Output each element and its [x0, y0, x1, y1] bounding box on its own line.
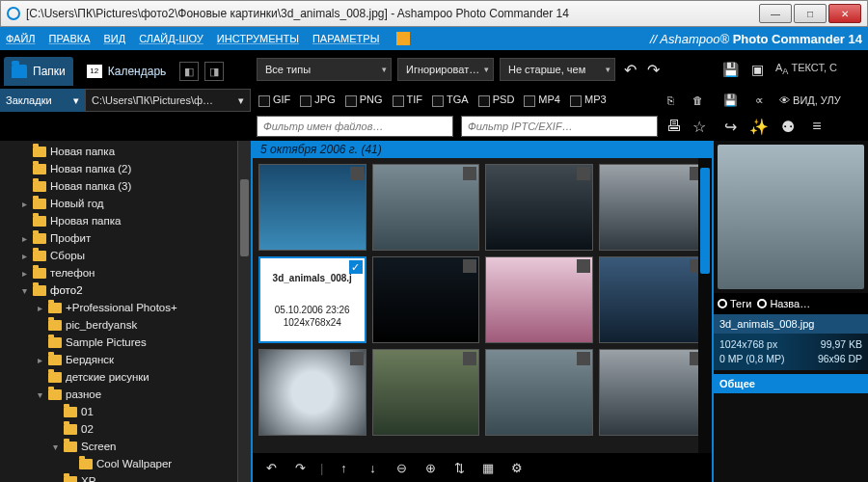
- path-display[interactable]: C:\Users\ПК\Pictures\ф…▾: [85, 89, 251, 112]
- menu-edit[interactable]: ПРАВКА: [49, 33, 91, 44]
- tree-row[interactable]: Новая папка: [0, 143, 251, 160]
- thumb-item[interactable]: [258, 349, 366, 436]
- tree-row[interactable]: Sample Pictures: [0, 334, 251, 351]
- combo-ignore[interactable]: Игнорироват…: [397, 58, 494, 81]
- text-tool-label[interactable]: AA ТЕКСТ, С: [775, 62, 837, 76]
- tree-row[interactable]: ▾разное: [0, 386, 251, 403]
- tree-row[interactable]: ▸Профит: [0, 229, 251, 247]
- tab-calendar[interactable]: Календарь: [79, 57, 175, 86]
- save2-icon[interactable]: 💾: [721, 92, 739, 109]
- thumb-item[interactable]: [485, 256, 593, 343]
- tree-row[interactable]: Новая папка (3): [0, 177, 251, 195]
- tab-folders[interactable]: Папки: [4, 57, 73, 86]
- copy-icon[interactable]: ⎘: [662, 92, 679, 109]
- tab-name[interactable]: Назва…: [757, 298, 810, 309]
- app-icon: [7, 7, 20, 20]
- tree-row[interactable]: XP: [0, 472, 251, 482]
- chk-tif[interactable]: TIF: [393, 94, 423, 106]
- thumb-item[interactable]: [485, 349, 593, 436]
- menu-file[interactable]: ФАЙЛ: [6, 33, 36, 44]
- folder-icon: [64, 424, 77, 435]
- chk-psd[interactable]: PSD: [478, 94, 515, 106]
- tree-row[interactable]: pic_berdyansk: [0, 316, 251, 334]
- tree-row[interactable]: Cool Wallpaper: [0, 455, 251, 472]
- chk-jpg[interactable]: JPG: [300, 94, 335, 106]
- thumb-item[interactable]: [485, 164, 593, 251]
- print-icon[interactable]: 🖶: [665, 118, 683, 135]
- sort-icon[interactable]: ⇅: [450, 459, 468, 476]
- panel-toggle-1[interactable]: ◧: [179, 62, 199, 81]
- thumb-item[interactable]: [599, 349, 707, 436]
- view-tool-label[interactable]: 👁 ВИД, УЛУ: [779, 94, 841, 106]
- zoom-out-icon[interactable]: ⊖: [393, 459, 410, 476]
- chk-png[interactable]: PNG: [345, 94, 383, 106]
- chk-mp3[interactable]: MP3: [570, 94, 607, 106]
- share-icon[interactable]: ∝: [750, 92, 768, 109]
- thumb-item[interactable]: [599, 256, 707, 343]
- menu-options[interactable]: ПАРАМЕТРЫ: [312, 33, 379, 44]
- bookmarks-dropdown[interactable]: Закладки▾: [0, 89, 85, 112]
- tree-label: Профит: [50, 232, 91, 244]
- tree-row[interactable]: ▾фото2: [0, 281, 251, 299]
- first-icon[interactable]: ↑: [335, 459, 352, 476]
- trash-icon[interactable]: 🗑: [689, 92, 706, 109]
- minimize-button[interactable]: —: [759, 4, 792, 23]
- tree-scrollbar[interactable]: [237, 141, 251, 482]
- folder-tree: Новая папкаНовая папка (2)Новая папка (3…: [0, 141, 251, 482]
- thumb-item[interactable]: [372, 349, 480, 436]
- tree-row[interactable]: Нровая папка: [0, 212, 251, 229]
- tree-row[interactable]: ▾Screen: [0, 438, 251, 455]
- tree-row[interactable]: 01: [0, 403, 251, 420]
- rotate-right-icon[interactable]: ↷: [291, 459, 309, 476]
- levels-icon[interactable]: ≡: [808, 118, 826, 135]
- grid-scrollbar[interactable]: [698, 158, 712, 453]
- date-group-header[interactable]: 5 октября 2006 г. (41): [253, 141, 712, 158]
- chk-mp4[interactable]: MP4: [524, 94, 560, 106]
- thumb-item[interactable]: [372, 164, 480, 251]
- combo-not-older[interactable]: Не старше, чем: [500, 58, 615, 81]
- settings-icon[interactable]: ⚙: [508, 459, 526, 476]
- tree-row[interactable]: ▸Бердянск: [0, 351, 251, 368]
- thumb-item[interactable]: [599, 164, 707, 251]
- thumb-item[interactable]: [372, 256, 480, 343]
- favorite-icon[interactable]: ☆: [691, 118, 708, 135]
- cart-icon[interactable]: [396, 32, 410, 45]
- redo2-icon[interactable]: ↪: [721, 118, 739, 135]
- menu-view[interactable]: ВИД: [104, 33, 126, 44]
- objects-icon[interactable]: ⚉: [779, 118, 797, 135]
- filter-iptc-input[interactable]: [461, 116, 658, 137]
- tree-label: телефон: [50, 267, 95, 279]
- text-filters: 🖶 ☆: [251, 112, 714, 141]
- filter-name-input[interactable]: [257, 116, 453, 137]
- crop-icon[interactable]: ▣: [748, 61, 766, 78]
- tree-label: 02: [81, 423, 94, 435]
- chk-tga[interactable]: TGA: [432, 94, 469, 106]
- preview-image[interactable]: [718, 145, 864, 289]
- tree-row[interactable]: ▸телефон: [0, 264, 251, 281]
- tree-row[interactable]: ▸Сборы: [0, 247, 251, 264]
- undo-icon[interactable]: ↶: [621, 61, 638, 78]
- tab-tags[interactable]: Теги: [718, 298, 751, 309]
- rotate-left-icon[interactable]: ↶: [262, 459, 280, 476]
- menu-tools[interactable]: ИНСТРУМЕНТЫ: [217, 33, 299, 44]
- zoom-in-icon[interactable]: ⊕: [421, 459, 439, 476]
- redo-icon[interactable]: ↷: [644, 61, 662, 78]
- maximize-button[interactable]: □: [794, 4, 827, 23]
- thumb-item-selected[interactable]: 3d_animals_008.j 05.10.2006 23:26 1024x7…: [258, 256, 366, 343]
- menu-slideshow[interactable]: СЛАЙД-ШОУ: [139, 33, 203, 44]
- thumb-item[interactable]: [258, 164, 366, 251]
- tree-row[interactable]: 02: [0, 420, 251, 438]
- combo-all-types[interactable]: Все типы: [257, 58, 392, 81]
- section-general[interactable]: Общее: [714, 374, 868, 393]
- tree-row[interactable]: детские рисунки: [0, 368, 251, 386]
- tree-row[interactable]: Новая папка (2): [0, 160, 251, 177]
- tree-row[interactable]: ▸+Professional Photos+: [0, 299, 251, 316]
- save-icon[interactable]: 💾: [721, 61, 739, 78]
- last-icon[interactable]: ↓: [364, 459, 381, 476]
- view-mode-icon[interactable]: ▦: [479, 459, 497, 476]
- close-button[interactable]: ✕: [828, 4, 861, 23]
- panel-toggle-2[interactable]: ◨: [204, 62, 224, 81]
- wand-icon[interactable]: ✨: [750, 118, 768, 135]
- tree-row[interactable]: ▸Новый год: [0, 195, 251, 212]
- chk-gif[interactable]: GIF: [258, 94, 290, 106]
